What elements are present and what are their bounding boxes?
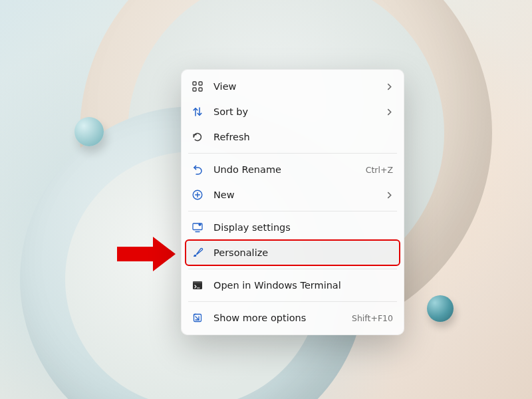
menu-item-show-more-options[interactable]: Show more options Shift+F10	[186, 305, 400, 331]
menu-separator	[188, 269, 397, 269]
svg-rect-9	[194, 315, 201, 322]
svg-rect-2	[193, 88, 196, 91]
view-icon	[191, 80, 204, 93]
desktop-context-menu: View Sort by Refresh	[181, 69, 404, 335]
menu-item-view[interactable]: View	[186, 74, 400, 99]
menu-item-refresh[interactable]: Refresh	[186, 124, 400, 150]
personalize-icon	[191, 246, 204, 259]
display-settings-icon	[191, 221, 204, 234]
menu-item-sort-by[interactable]: Sort by	[186, 99, 400, 124]
svg-rect-8	[193, 281, 202, 283]
menu-item-shortcut: Shift+F10	[352, 313, 393, 323]
chevron-right-icon	[386, 192, 393, 199]
menu-item-new[interactable]: New	[186, 182, 400, 207]
menu-item-undo-rename[interactable]: Undo Rename Ctrl+Z	[186, 157, 400, 182]
menu-item-personalize[interactable]: Personalize	[186, 240, 400, 265]
chevron-right-icon	[386, 83, 393, 90]
menu-separator	[188, 301, 397, 302]
undo-icon	[191, 163, 204, 176]
menu-item-label: Show more options	[213, 313, 346, 323]
chevron-right-icon	[386, 108, 393, 116]
show-more-icon	[191, 311, 204, 325]
new-icon	[191, 188, 204, 201]
menu-separator	[188, 211, 397, 211]
menu-item-label: Personalize	[213, 247, 393, 258]
svg-rect-0	[193, 82, 196, 85]
menu-item-open-in-windows-terminal[interactable]: Open in Windows Terminal	[186, 273, 400, 298]
svg-rect-3	[199, 88, 202, 91]
terminal-icon	[191, 279, 204, 292]
desktop-wallpaper[interactable]: View Sort by Refresh	[0, 0, 532, 399]
wallpaper-shape	[74, 117, 104, 146]
sort-icon	[191, 105, 204, 118]
menu-item-label: Open in Windows Terminal	[213, 280, 393, 291]
menu-item-label: Undo Rename	[213, 164, 360, 175]
callout-arrow	[117, 237, 176, 271]
menu-separator	[188, 153, 397, 154]
menu-item-label: Refresh	[213, 132, 393, 142]
menu-item-label: Display settings	[213, 222, 393, 233]
wallpaper-shape	[427, 295, 454, 322]
menu-item-label: View	[213, 81, 380, 92]
svg-rect-1	[199, 82, 202, 85]
refresh-icon	[191, 130, 204, 144]
menu-item-shortcut: Ctrl+Z	[366, 165, 393, 175]
svg-point-6	[199, 223, 201, 226]
menu-item-label: New	[213, 190, 380, 200]
menu-item-label: Sort by	[213, 106, 380, 117]
menu-item-display-settings[interactable]: Display settings	[186, 215, 400, 240]
